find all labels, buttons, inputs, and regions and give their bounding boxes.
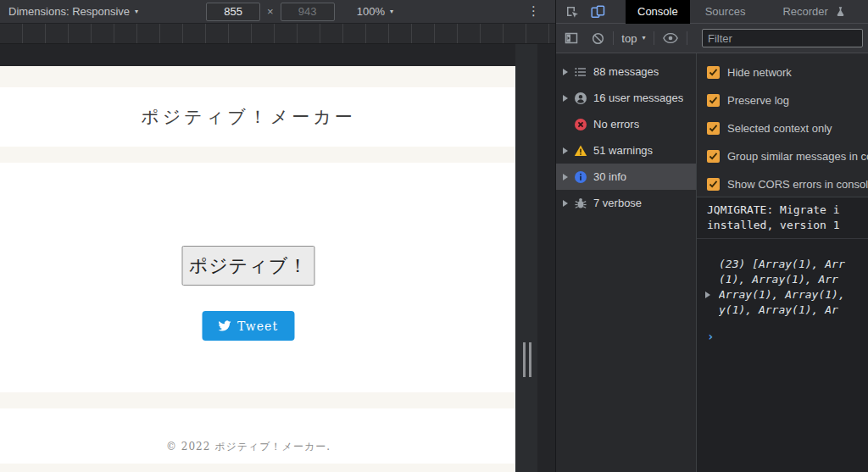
twitter-bird-icon (219, 319, 231, 332)
sidebar-item-errors[interactable]: No errors (556, 111, 696, 137)
viewport-outside-area (515, 44, 537, 472)
multiply-icon: × (267, 5, 274, 18)
console-main: Hide network Preserve log Selected conte… (697, 53, 868, 472)
expand-caret-icon[interactable] (563, 147, 574, 154)
checkbox-checked-icon[interactable] (707, 150, 720, 163)
generate-positive-button[interactable]: ポジティブ！ (182, 246, 315, 286)
page-main-band: ポジティブ！ Tweet (0, 163, 515, 392)
viewport-ruler (0, 24, 555, 44)
sidebar-item-warnings[interactable]: 51 warnings (556, 137, 696, 164)
zoom-value: 100% (357, 5, 385, 18)
console-prompt[interactable]: › (697, 321, 868, 343)
devtools-tabbar: Console Sources Recorder (556, 0, 868, 24)
checkbox-hide-network[interactable]: Hide network (697, 58, 868, 86)
console-toolbar: top ▾ (556, 24, 868, 53)
toggle-console-sidebar-icon[interactable] (565, 31, 578, 46)
page-title: ポジティブ！メーカー (141, 105, 355, 129)
info-icon (574, 170, 587, 184)
browser-devtools-screen: Dimensions: Responsive ▾ × 100% ▾ ⋮ ポジティ… (0, 0, 868, 472)
checkbox-checked-icon[interactable] (707, 94, 720, 107)
create-live-expression-eye-icon[interactable] (663, 31, 678, 46)
console-body: 88 messages 16 user messages No errors (556, 53, 868, 472)
console-message-array-log[interactable]: (23) [Array(1), Arr (1), Array(1), Arr A… (697, 239, 868, 321)
viewport-height-input[interactable] (281, 3, 335, 21)
console-prompt-icon: › (707, 330, 714, 343)
console-sidebar: 88 messages 16 user messages No errors (556, 53, 697, 472)
flask-experiment-icon (833, 4, 849, 19)
generate-positive-label: ポジティブ！ (189, 253, 309, 279)
checkbox-preserve-log[interactable]: Preserve log (697, 86, 868, 114)
expand-caret-icon[interactable] (705, 292, 710, 298)
expand-caret-icon[interactable] (563, 174, 574, 180)
device-toolbar: Dimensions: Responsive ▾ × 100% ▾ ⋮ (0, 0, 555, 24)
console-messages: JQMIGRATE: Migrate i installed, version … (697, 197, 868, 472)
tweet-button[interactable]: Tweet (203, 311, 295, 341)
checkbox-checked-icon[interactable] (707, 122, 720, 135)
error-icon (574, 118, 587, 131)
viewport-resize-handle[interactable] (523, 342, 532, 377)
execution-context-dropdown[interactable]: top ▾ (621, 32, 645, 45)
zoom-dropdown[interactable]: 100% ▾ (357, 5, 393, 18)
sidebar-item-all-messages[interactable]: 88 messages (556, 58, 696, 85)
checkbox-checked-icon[interactable] (707, 66, 720, 79)
tab-sources[interactable]: Sources (693, 0, 758, 24)
devtools-panel: Console Sources Recorder top (555, 0, 868, 472)
chevron-down-icon: ▾ (135, 8, 138, 15)
chevron-down-icon: ▾ (390, 8, 393, 15)
sidebar-item-verbose[interactable]: 7 verbose (556, 190, 696, 216)
checkbox-selected-context-only[interactable]: Selected context only (697, 114, 868, 142)
checkbox-group-similar-messages[interactable]: Group similar messages in console (697, 142, 868, 170)
expand-caret-icon[interactable] (563, 69, 574, 75)
expand-caret-icon[interactable] (563, 200, 574, 207)
chevron-down-icon: ▾ (642, 35, 645, 42)
checkbox-checked-icon[interactable] (707, 178, 720, 191)
message-list-icon (574, 65, 587, 79)
page-viewport: ポジティブ！メーカー ポジティブ！ Tweet © 2022 ポジティブ！メーカ… (0, 66, 515, 472)
dimensions-label: Dimensions: Responsive (8, 5, 130, 18)
copyright-text: © 2022 ポジティブ！メーカー. (166, 440, 331, 454)
toggle-device-toolbar-icon[interactable] (590, 4, 605, 19)
page-footer-band: © 2022 ポジティブ！メーカー. (0, 408, 515, 464)
bug-icon (574, 197, 587, 210)
tab-console[interactable]: Console (626, 0, 690, 24)
user-icon (574, 92, 587, 105)
console-message-jqmigrate[interactable]: JQMIGRATE: Migrate i installed, version … (697, 197, 868, 239)
warning-icon (574, 144, 587, 158)
sidebar-item-info[interactable]: 30 info (556, 164, 696, 190)
console-settings-pane: Hide network Preserve log Selected conte… (697, 53, 868, 197)
tab-recorder[interactable]: Recorder (771, 0, 860, 24)
tweet-button-label: Tweet (237, 319, 278, 333)
checkbox-show-cors-errors[interactable]: Show CORS errors in console (697, 170, 868, 198)
dimensions-dropdown[interactable]: Dimensions: Responsive ▾ (8, 5, 138, 18)
clear-console-icon[interactable] (592, 31, 604, 46)
page-header-band: ポジティブ！メーカー (0, 87, 515, 147)
sidebar-item-user-messages[interactable]: 16 user messages (556, 85, 696, 111)
console-filter-input[interactable] (702, 29, 863, 47)
expand-caret-icon[interactable] (563, 95, 574, 102)
viewport-width-input[interactable] (206, 3, 260, 21)
more-options-icon[interactable]: ⋮ (527, 3, 540, 19)
inspect-element-icon[interactable] (565, 4, 580, 19)
